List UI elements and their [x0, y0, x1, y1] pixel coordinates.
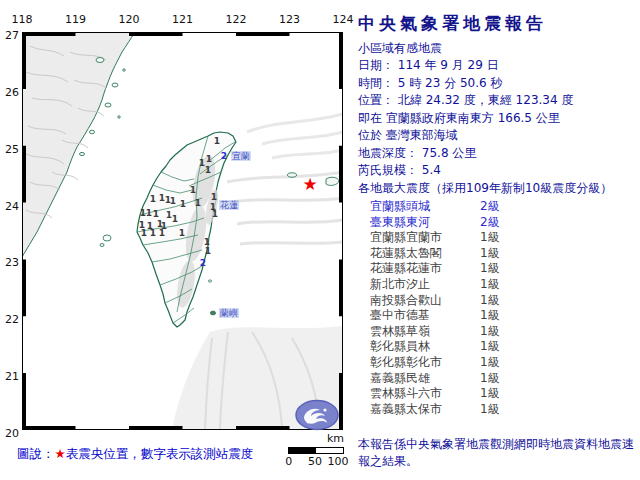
report-title: 中央氣象署地震報告 — [358, 12, 547, 35]
longitude-tick-label: 123 — [279, 13, 300, 26]
longitude-tick-label: 122 — [226, 13, 247, 26]
report-info-line: 日期： 114 年 9 月 29 日 — [358, 57, 640, 75]
station-name: 宜蘭縣宜蘭市 — [370, 230, 480, 246]
report-info-line: 各地最大震度（採用109年新制10級震度分級） — [358, 180, 640, 198]
station-name: 臺中市德基 — [370, 308, 480, 324]
earthquake-report-screen: 118119120121122123124 2726252423222120 圖… — [0, 0, 640, 480]
station-intensity-value: 1級 — [480, 339, 500, 355]
station-row: 嘉義縣民雄1級 — [370, 371, 640, 387]
longitude-tick-label: 120 — [119, 13, 140, 26]
station-intensity-value: 1級 — [480, 402, 500, 418]
scale-tick-50: 50 — [308, 455, 322, 468]
station-name: 嘉義縣民雄 — [370, 371, 480, 387]
map-legend: 圖說：★表震央位置，數字表示該測站震度 — [17, 446, 253, 463]
scale-bar-graphic — [288, 447, 344, 454]
station-name: 臺東縣東河 — [370, 215, 480, 231]
station-name: 新北市汐止 — [370, 277, 480, 293]
latitude-tick-label: 20 — [5, 426, 19, 439]
report-info-lines: 日期： 114 年 9 月 29 日時間： 5 時 23 分 50.6 秒位置：… — [358, 57, 640, 197]
station-row: 雲林縣斗六市1級 — [370, 386, 640, 402]
station-intensity-value: 1級 — [480, 355, 500, 371]
latitude-tick-label: 24 — [5, 199, 19, 212]
report-info-line: 時間： 5 時 23 分 50.6 秒 — [358, 75, 640, 93]
station-row: 嘉義縣太保市1級 — [370, 402, 640, 418]
scale-unit-label: km — [327, 432, 344, 445]
scale-bar: km 0 50 100 — [286, 432, 346, 472]
station-intensity-value: 1級 — [480, 246, 500, 262]
station-name: 雲林縣斗六市 — [370, 386, 480, 402]
report-footer: 本報告係中央氣象署地震觀測網即時地震資料地震速報之結果。 — [358, 436, 636, 469]
latitude-axis: 2726252423222120 — [0, 32, 20, 430]
station-intensity-value: 2級 — [480, 199, 500, 215]
station-row: 臺中市德基1級 — [370, 308, 640, 324]
legend-star-icon: ★ — [55, 446, 66, 461]
station-intensity-value: 2級 — [480, 215, 500, 231]
report-info-line: 位置： 北緯 24.32 度，東經 123.34 度 — [358, 92, 640, 110]
latitude-tick-label: 23 — [5, 256, 19, 269]
station-row: 花蓮縣花蓮市1級 — [370, 261, 640, 277]
base-map — [22, 32, 343, 430]
legend-text: 表震央位置，數字表示該測站震度 — [66, 446, 254, 461]
station-row: 南投縣合歡山1級 — [370, 293, 640, 309]
station-intensity-value: 1級 — [480, 371, 500, 387]
longitude-axis: 118119120121122123124 — [22, 13, 343, 29]
legend-prefix: 圖說： — [17, 446, 55, 461]
report-info-line: 芮氏規模： 5.4 — [358, 162, 640, 180]
station-row: 彰化縣彰化市1級 — [370, 355, 640, 371]
station-name: 彰化縣員林 — [370, 339, 480, 355]
latitude-tick-label: 22 — [5, 313, 19, 326]
latitude-tick-label: 21 — [5, 370, 19, 383]
longitude-tick-label: 121 — [172, 13, 193, 26]
station-name: 南投縣合歡山 — [370, 293, 480, 309]
station-intensity-value: 1級 — [480, 277, 500, 293]
station-intensity-value: 1級 — [480, 261, 500, 277]
station-row: 宜蘭縣宜蘭市1級 — [370, 230, 640, 246]
report-subtitle: 小區域有感地震 — [358, 40, 442, 57]
station-intensity-value: 1級 — [480, 230, 500, 246]
station-row: 花蓮縣太魯閣1級 — [370, 246, 640, 262]
station-intensity-list: 宜蘭縣頭城2級臺東縣東河2級宜蘭縣宜蘭市1級花蓮縣太魯閣1級花蓮縣花蓮市1級新北… — [370, 199, 640, 417]
scale-tick-0: 0 — [285, 455, 292, 468]
station-name: 花蓮縣太魯閣 — [370, 246, 480, 262]
station-name: 彰化縣彰化市 — [370, 355, 480, 371]
scale-tick-100: 100 — [328, 455, 349, 468]
longitude-tick-label: 118 — [12, 13, 33, 26]
station-intensity-value: 1級 — [480, 293, 500, 309]
station-row: 雲林縣草嶺1級 — [370, 324, 640, 340]
latitude-tick-label: 26 — [5, 85, 19, 98]
longitude-tick-label: 119 — [65, 13, 86, 26]
report-info-line: 位於 臺灣東部海域 — [358, 127, 640, 145]
station-row: 彰化縣員林1級 — [370, 339, 640, 355]
station-intensity-value: 1級 — [480, 308, 500, 324]
station-intensity-value: 1級 — [480, 386, 500, 402]
report-info-line: 地震深度： 75.8 公里 — [358, 145, 640, 163]
station-row: 宜蘭縣頭城2級 — [370, 199, 640, 215]
station-intensity-value: 1級 — [480, 324, 500, 340]
scale-bar-filled-half — [289, 448, 316, 453]
station-name: 雲林縣草嶺 — [370, 324, 480, 340]
report-info-line: 即在 宜蘭縣政府東南東方 166.5 公里 — [358, 110, 640, 128]
latitude-tick-label: 25 — [5, 142, 19, 155]
latitude-tick-label: 27 — [5, 29, 19, 42]
station-name: 宜蘭縣頭城 — [370, 199, 480, 215]
station-name: 嘉義縣太保市 — [370, 402, 480, 418]
station-row: 新北市汐止1級 — [370, 277, 640, 293]
station-row: 臺東縣東河2級 — [370, 215, 640, 231]
cwa-logo — [294, 398, 340, 432]
map-area: 118119120121122123124 2726252423222120 圖… — [0, 0, 355, 480]
longitude-tick-label: 124 — [333, 13, 354, 26]
report-panel: 中央氣象署地震報告 小區域有感地震 日期： 114 年 9 月 29 日時間： … — [358, 0, 640, 480]
station-name: 花蓮縣花蓮市 — [370, 261, 480, 277]
